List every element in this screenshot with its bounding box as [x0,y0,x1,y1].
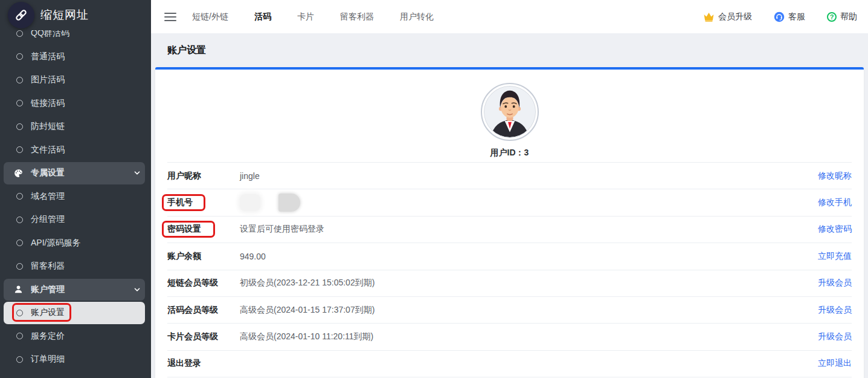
shortlink-level-value: 初级会员(2023-12-21 15:05:02到期) [240,278,375,288]
circle-icon [16,240,23,246]
circle-icon [16,53,23,60]
settings-rows: 用户昵称 jingle 修改昵称 手机号 修改手机 密码设置 设置后可使用密码登… [167,162,852,377]
upgrade-livecode-link[interactable]: 升级会员 [818,305,852,316]
sidebar-item-label: 服务定价 [31,331,65,342]
avatar[interactable] [481,83,539,141]
row-card-level: 卡片会员等级 高级会员(2024-01-10 11:20:11到期) 升级会员 [167,324,852,350]
sidebar-item-service-pricing[interactable]: 服务定价 [0,325,151,348]
circle-icon [16,77,23,83]
top-nav: 短链/外链 活码 卡片 留客利器 用户转化 [192,11,460,22]
sidebar-item-label: 域名管理 [31,191,65,202]
sidebar-item-label: 账户管理 [31,284,65,295]
nav-item-shortlink[interactable]: 短链/外链 [192,11,228,22]
upgrade-membership-button[interactable]: 会员升级 [703,11,752,22]
avatar-image [484,86,536,138]
sidebar-item-domain-management[interactable]: 域名管理 [0,185,151,209]
row-phone: 手机号 修改手机 [167,189,852,216]
sidebar-logo[interactable]: 缩短网址 [0,0,151,30]
row-shortlink-level: 短链会员等级 初级会员(2023-12-21 15:05:02到期) 升级会员 [167,270,852,297]
row-balance: 账户余额 949.00 立即充值 [167,243,852,270]
circle-icon [16,30,23,37]
sidebar-item-order-details[interactable]: 订单明细 [0,348,151,371]
sidebar-item-file-qr[interactable]: 文件活码 [0,138,151,162]
balance-label: 账户余额 [167,251,240,262]
logo-circle [8,2,34,28]
sidebar-item-label: 普通活码 [31,51,65,62]
card-level-value: 高级会员(2024-01-10 11:20:11到期) [240,331,373,342]
chevron-down-icon [133,169,141,177]
edit-phone-link[interactable]: 修改手机 [818,197,852,208]
circle-icon [16,100,23,106]
balance-value: 949.00 [240,252,266,261]
crown-icon [703,12,715,22]
circle-icon [16,217,23,223]
hamburger-menu-icon[interactable] [164,12,176,22]
nickname-label: 用户昵称 [167,171,240,181]
sidebar-item-label: 留客利器 [31,261,65,272]
sidebar-item-label: 专属设置 [31,168,65,178]
password-label: 密码设置 [167,224,240,235]
livecode-level-label: 活码会员等级 [167,305,240,316]
nav-item-card[interactable]: 卡片 [297,11,314,22]
sidebar-item-account-management[interactable]: 账户管理 [0,278,151,302]
row-logout: 退出登录 立即退出 [167,351,852,377]
sidebar-item-image-qr[interactable]: 图片活码 [0,68,151,92]
headset-icon [774,11,785,22]
customer-service-button[interactable]: 客服 [774,11,805,22]
password-hint: 设置后可使用密码登录 [240,224,324,235]
row-livecode-level: 活码会员等级 高级会员(2024-01-15 17:37:07到期) 升级会员 [167,297,852,324]
recharge-link[interactable]: 立即充值 [818,251,852,262]
content-header: 账户设置 [151,33,868,67]
sidebar-item-label: 图片活码 [31,74,65,85]
circle-icon [16,263,23,270]
sidebar-item-label: 链接活码 [31,98,65,109]
sidebar-item-label: API/源码服务 [31,238,80,249]
upgrade-membership-label: 会员升级 [718,11,752,22]
logout-link[interactable]: 立即退出 [818,358,852,369]
upgrade-shortlink-link[interactable]: 升级会员 [818,278,852,288]
shortlink-level-label: 短链会员等级 [167,278,240,288]
phone-value-redacted [240,194,300,212]
sidebar-item-group-management[interactable]: 分组管理 [0,208,151,232]
sidebar: QQ群活码 普通活码 图片活码 链接活码 防封短链 文件活码 专属设置 [0,0,151,378]
upgrade-card-link[interactable]: 升级会员 [818,331,852,342]
edit-nickname-link[interactable]: 修改昵称 [818,171,852,181]
palette-icon [13,168,24,178]
app-title: 缩短网址 [40,7,89,23]
circle-icon [16,146,23,153]
logout-label: 退出登录 [167,358,240,369]
help-icon: ? [827,12,837,22]
livecode-level-value: 高级会员(2024-01-15 17:37:07到期) [240,305,375,316]
account-settings-card: 用户ID：3 用户昵称 jingle 修改昵称 手机号 修改手机 密码设置 设置… [155,67,864,378]
sidebar-item-link-qr[interactable]: 链接活码 [0,92,151,116]
edit-password-link[interactable]: 修改密码 [818,224,852,235]
phone-label: 手机号 [167,197,240,208]
circle-icon [16,310,23,316]
customer-service-label: 客服 [788,11,805,22]
nav-item-retention[interactable]: 留客利器 [340,11,374,22]
nav-item-conversion[interactable]: 用户转化 [400,11,434,22]
nav-item-livecode[interactable]: 活码 [254,11,271,22]
sidebar-item-customer-retention[interactable]: 留客利器 [0,255,151,278]
help-button[interactable]: ? 帮助 [827,11,857,22]
sidebar-item-normal-qr[interactable]: 普通活码 [0,45,151,69]
card-level-label: 卡片会员等级 [167,331,240,342]
circle-icon [16,356,23,363]
redaction-blob [278,194,300,212]
sidebar-item-label: 订单明细 [31,354,65,365]
sidebar-item-exclusive-settings[interactable]: 专属设置 [0,161,151,185]
sidebar-item-account-settings[interactable]: 账户设置 [0,301,151,325]
link-icon [14,8,28,22]
nickname-value: jingle [240,171,260,181]
sidebar-item-anti-block-shortlink[interactable]: 防封短链 [0,115,151,138]
circle-icon [16,123,23,130]
sidebar-item-api-source-service[interactable]: API/源码服务 [0,232,151,255]
circle-icon [16,193,23,200]
redaction-blob [240,194,260,211]
topbar-actions: 会员升级 客服 ? 帮助 [703,11,857,22]
user-id-text: 用户ID：3 [490,148,529,158]
sidebar-menu: QQ群活码 普通活码 图片活码 链接活码 防封短链 文件活码 专属设置 [0,22,151,371]
profile-section: 用户ID：3 [155,83,864,158]
sidebar-item-label: 账户设置 [31,307,65,318]
help-label: 帮助 [840,11,857,22]
